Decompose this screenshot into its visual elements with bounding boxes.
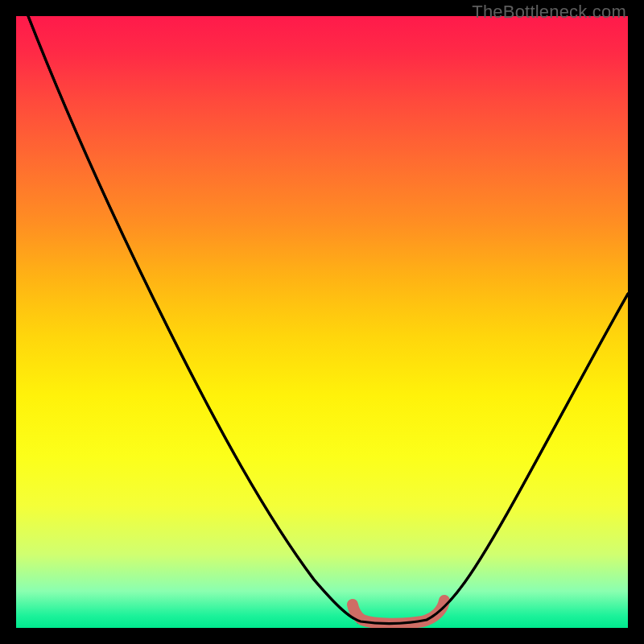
watermark-text: TheBottleneck.com xyxy=(472,2,626,23)
gradient-background xyxy=(16,16,628,628)
chart-frame: TheBottleneck.com xyxy=(0,0,644,644)
plot-area xyxy=(16,16,628,628)
